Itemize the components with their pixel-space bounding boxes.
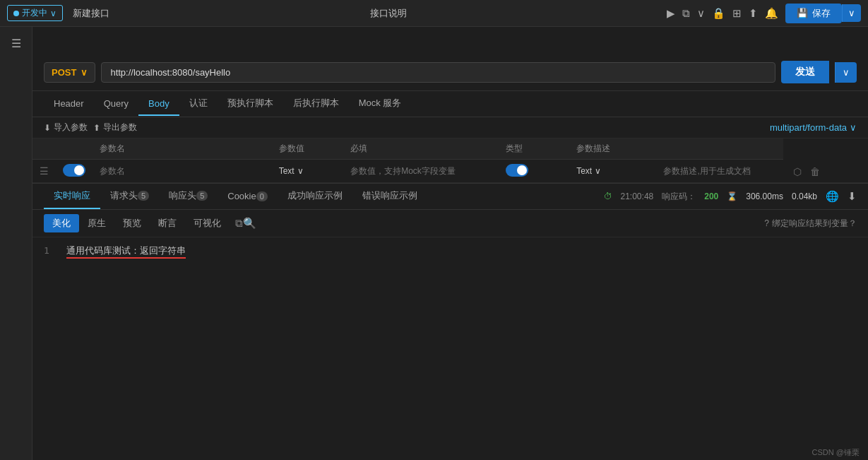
r-tab-raw[interactable]: 原生: [79, 214, 114, 232]
response-text-value: 通用代码库测试：返回字符串: [66, 245, 186, 256]
tab-header[interactable]: Header: [44, 93, 94, 116]
content-type-selector[interactable]: multipart/form-data ∨: [770, 122, 857, 133]
response-duration: 306.00ms: [746, 191, 783, 201]
r-tab-assert[interactable]: 断言: [150, 214, 185, 232]
footer-text: CSDN @锤栗: [812, 448, 860, 456]
duplicate-icon-button[interactable]: ⊞: [732, 7, 742, 20]
col-type: 类型: [499, 138, 569, 160]
response-tab-response-headers[interactable]: 响应头5: [159, 184, 218, 209]
lock-icon-button[interactable]: 🔒: [712, 7, 725, 20]
top-bar-right: ▶ ⧉ ∨ 🔒 ⊞ ⬆ 🔔 💾 保存 ∨: [667, 4, 861, 23]
r-tab-preview[interactable]: 预览: [114, 214, 150, 232]
body-toolbar: ⬇ 导入参数 ⬆ 导出参数 multipart/form-data ∨: [32, 117, 868, 138]
url-bar: POST ∨ 发送 ∨: [32, 54, 868, 91]
clock-icon: ⏱: [604, 191, 612, 201]
type-cell: Text ∨: [272, 160, 343, 183]
question-icon: ?: [764, 218, 769, 228]
sidebar: ☰: [0, 27, 32, 460]
method-chevron-icon: ∨: [81, 67, 88, 78]
required-cell[interactable]: [499, 160, 569, 183]
delete-row-button[interactable]: 🗑: [807, 165, 823, 179]
play-icon-button[interactable]: ▶: [667, 7, 675, 20]
sidebar-hamburger-icon[interactable]: ☰: [7, 33, 25, 54]
r-tab-visualize[interactable]: 可视化: [185, 214, 230, 232]
bell-icon-button[interactable]: 🔔: [765, 7, 778, 20]
r-tab-beautify[interactable]: 美化: [44, 214, 79, 232]
col-actions: [656, 138, 783, 160]
content-type-label: multipart/form-data: [770, 122, 847, 133]
value-type-chevron-icon: ∨: [595, 166, 601, 176]
col-required: 必填: [343, 138, 499, 160]
method-selector[interactable]: POST ∨: [44, 62, 95, 83]
share-icon-button[interactable]: ⬆: [749, 7, 758, 20]
line-number-1: 1: [44, 245, 49, 256]
tab-post-script[interactable]: 后执行脚本: [283, 91, 349, 117]
response-time-label: 21:00:48: [621, 191, 654, 201]
status-code-badge: 200: [704, 191, 718, 201]
response-tab-request-headers[interactable]: 请求头5: [100, 184, 159, 209]
param-enable-toggle[interactable]: [63, 164, 85, 177]
response-tab-success-example[interactable]: 成功响应示例: [278, 184, 352, 209]
api-doc-button[interactable]: 接口说明: [370, 7, 407, 20]
response-tab-realtime[interactable]: 实时响应: [44, 184, 100, 209]
top-bar-center: 接口说明: [115, 7, 661, 20]
url-input[interactable]: [101, 62, 775, 83]
import-params-button[interactable]: ⬇ 导入参数: [44, 122, 88, 134]
tab-mock[interactable]: Mock 服务: [349, 91, 412, 117]
footer: CSDN @锤栗: [804, 445, 868, 460]
value-type-label: Text: [576, 166, 592, 176]
response-tab-error-example[interactable]: 错误响应示例: [352, 184, 427, 209]
value-type-cell: Text ∨: [569, 160, 656, 183]
tab-pre-script[interactable]: 预执行脚本: [218, 91, 283, 117]
desc-cell: [656, 160, 783, 183]
cookie-badge: 0: [256, 191, 268, 201]
response-text-content: 通用代码库测试：返回字符串: [66, 245, 186, 256]
cube-icon-button[interactable]: ⬡: [790, 165, 804, 179]
save-dropdown-button[interactable]: ∨: [842, 4, 861, 22]
bind-result-button[interactable]: ? 绑定响应结果到变量？: [764, 218, 857, 230]
param-value-input[interactable]: [350, 166, 492, 176]
content-type-chevron-icon: ∨: [850, 122, 857, 133]
top-bar: 开发中 ∨ 新建接口 接口说明 ▶ ⧉ ∨ 🔒 ⊞ ⬆ 🔔 💾 保存 ∨: [0, 0, 868, 27]
search-response-button[interactable]: 🔍: [243, 217, 256, 230]
download-icon-button[interactable]: ⬇: [848, 190, 857, 203]
response-code-label: 响应码：: [662, 191, 696, 203]
param-type-selector[interactable]: Text ∨: [279, 166, 336, 176]
param-value-cell: [343, 160, 499, 183]
chevron-down-icon-button[interactable]: ∨: [697, 7, 705, 20]
send-button[interactable]: 发送: [781, 61, 829, 83]
col-drag: [32, 138, 56, 160]
response-tab-cookie[interactable]: Cookie0: [218, 185, 278, 208]
response-meta: ⏱ 21:00:48 响应码： 200 ⌛ 306.00ms 0.04kb 🌐 …: [604, 190, 857, 203]
save-button[interactable]: 💾 保存: [785, 4, 842, 23]
export-params-button[interactable]: ⬆ 导出参数: [93, 122, 137, 134]
tab-query[interactable]: Query: [94, 93, 138, 116]
request-headers-badge: 5: [138, 191, 149, 201]
toggle-cell[interactable]: [56, 160, 93, 183]
import-icon: ⬇: [44, 123, 51, 133]
tab-auth[interactable]: 认证: [179, 91, 218, 117]
copy-response-button[interactable]: ⧉: [235, 217, 243, 230]
globe-icon-button[interactable]: 🌐: [826, 190, 839, 203]
param-desc-input[interactable]: [663, 166, 776, 176]
response-line-1: 1 通用代码库测试：返回字符串: [44, 244, 857, 259]
env-selector[interactable]: 开发中 ∨: [7, 5, 63, 21]
col-param-value: 参数值: [272, 138, 343, 160]
response-actions: ? 绑定响应结果到变量？: [764, 218, 857, 230]
env-label: 开发中: [22, 7, 47, 19]
bind-result-label: 绑定响应结果到变量？: [772, 218, 857, 230]
col-toggle: [56, 138, 93, 160]
col-description: 参数描述: [569, 138, 656, 160]
top-bar-left: 开发中 ∨ 新建接口: [7, 5, 109, 21]
tab-body[interactable]: Body: [138, 93, 179, 116]
response-body-tabs-left: 美化 原生 预览 断言 可视化 ⧉ 🔍: [44, 214, 256, 232]
value-type-selector[interactable]: Text ∨: [576, 166, 649, 176]
table-row: ☰ Text ∨: [32, 160, 868, 183]
copy-icon-button[interactable]: ⧉: [682, 7, 690, 20]
response-body-tabs: 美化 原生 预览 断言 可视化 ⧉ 🔍 ? 绑定响应结果到变量？: [32, 210, 868, 237]
required-toggle[interactable]: [506, 164, 528, 177]
drag-handle-cell: ☰: [32, 160, 56, 183]
param-type-label: Text: [279, 166, 295, 176]
param-name-input[interactable]: [100, 166, 184, 176]
send-dropdown-button[interactable]: ∨: [835, 62, 857, 83]
